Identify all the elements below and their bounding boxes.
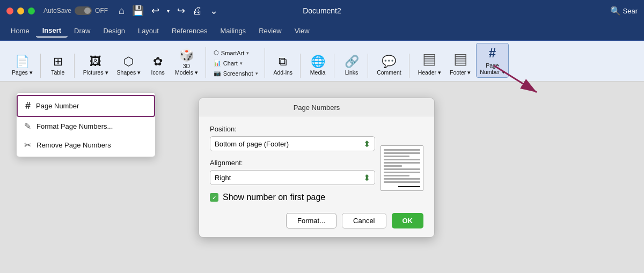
3dmodels-label: 3DModels ▾ [175, 63, 198, 76]
3dmodels-icon: 🎲 [179, 49, 194, 61]
undo-dropdown-icon[interactable]: ▾ [167, 8, 170, 14]
links-icon: 🔗 [345, 56, 359, 68]
chart-chevron: ▾ [240, 61, 243, 66]
pages-icon: 📄 [15, 56, 30, 68]
media-icon: 🌐 [311, 56, 325, 68]
preview-line-10 [384, 178, 420, 180]
close-button[interactable] [6, 8, 13, 14]
comment-button[interactable]: 💬 Comment [374, 54, 405, 78]
footer-button[interactable]: ▤ Footer ▾ [447, 48, 474, 78]
more-icon[interactable]: ⌄ [210, 5, 218, 17]
ribbon-group-table: ⊞ Table [42, 54, 75, 78]
menu-bar: Home Insert Draw Design Layout Reference… [0, 21, 644, 41]
pictures-button[interactable]: 🖼 Pictures ▾ [80, 54, 112, 78]
header-icon: ▤ [422, 50, 436, 68]
preview-line-6 [384, 165, 402, 167]
print-icon[interactable]: 🖨 [193, 5, 202, 17]
redo-icon[interactable]: ↪ [177, 5, 185, 17]
chart-button[interactable]: 📊 Chart ▾ [211, 58, 245, 68]
dialog-body: Position: Bottom of page (Footer) ⬍ Alig… [199, 125, 434, 211]
smartart-button[interactable]: ⬡ SmartArt ▾ [211, 48, 251, 57]
alignment-select[interactable]: Right ⬍ [210, 170, 375, 185]
title-bar: AutoSave OFF ⌂ 💾 ↩ ▾ ↪ 🖨 ⌄ Document2 🔍 S… [0, 0, 644, 21]
header-button[interactable]: ▤ Header ▾ [415, 48, 444, 78]
home-icon[interactable]: ⌂ [119, 5, 125, 17]
links-button[interactable]: 🔗 Links [340, 54, 363, 78]
smartart-split: ⬡ SmartArt ▾ 📊 Chart ▾ 📷 Screenshot ▾ [211, 48, 260, 78]
format-page-numbers-icon: ✎ [24, 121, 31, 131]
ribbon: 📄 Pages ▾ ⊞ Table 🖼 Pictures ▾ ⬡ Shapes … [0, 41, 644, 82]
preview-line-4 [384, 159, 420, 160]
dialog-title: Page Numbers [199, 98, 434, 116]
menu-design[interactable]: Design [97, 25, 131, 37]
table-icon: ⊞ [53, 56, 63, 68]
header-label: Header ▾ [418, 69, 441, 76]
save-icon[interactable]: 💾 [132, 5, 144, 17]
minimize-button[interactable] [17, 8, 24, 14]
autosave-toggle[interactable] [75, 6, 92, 15]
dialog-preview-area: Position: Bottom of page (Footer) ⬍ Alig… [210, 125, 423, 211]
menu-layout[interactable]: Layout [131, 25, 165, 37]
3dmodels-button[interactable]: 🎲 3DModels ▾ [172, 47, 201, 78]
menu-home[interactable]: Home [4, 25, 36, 37]
format-button[interactable]: Format... [286, 213, 336, 228]
context-menu-page-number[interactable]: # Page Number [17, 95, 155, 117]
menu-mailings[interactable]: Mailings [214, 25, 252, 37]
comment-label: Comment [377, 69, 401, 76]
links-label: Links [345, 69, 358, 76]
position-row: Position: [210, 125, 375, 133]
undo-icon[interactable]: ↩ [151, 5, 159, 17]
context-menu-format-page-numbers[interactable]: ✎ Format Page Numbers... [17, 117, 155, 136]
preview-line-9 [384, 175, 409, 176]
cancel-button[interactable]: Cancel [342, 213, 386, 228]
ribbon-group-smartart: ⬡ SmartArt ▾ 📊 Chart ▾ 📷 Screenshot ▾ [207, 48, 265, 78]
smartart-label: SmartArt [221, 50, 244, 56]
remove-page-numbers-label: Remove Page Numbers [36, 141, 111, 149]
position-select-row: Bottom of page (Footer) ⬍ [210, 136, 375, 151]
autosave-indicator: AutoSave OFF [43, 6, 108, 15]
pages-button[interactable]: 📄 Pages ▾ [9, 54, 36, 78]
smartart-icon: ⬡ [214, 49, 219, 56]
menu-references[interactable]: References [165, 25, 214, 37]
maximize-button[interactable] [28, 8, 35, 14]
show-first-page-checkbox[interactable]: ✓ [210, 193, 218, 202]
page-number-icon: # [489, 46, 496, 61]
screenshot-chevron: ▾ [255, 71, 258, 76]
shapes-button[interactable]: ⬡ Shapes ▾ [114, 54, 144, 78]
menu-view[interactable]: View [288, 25, 316, 37]
ribbon-group-comment: 💬 Comment [369, 54, 409, 78]
table-button[interactable]: ⊞ Table [46, 54, 70, 78]
page-preview [380, 145, 423, 191]
chart-label: Chart [223, 60, 238, 67]
addins-button[interactable]: ⧉ Add-ins [270, 54, 296, 78]
preview-line-11 [384, 181, 420, 183]
position-select-arrow: ⬍ [363, 139, 370, 149]
position-select[interactable]: Bottom of page (Footer) ⬍ [210, 136, 375, 151]
context-menu-remove-page-numbers[interactable]: ✂ Remove Page Numbers [17, 136, 155, 154]
search-area[interactable]: 🔍 Sear [610, 6, 638, 16]
traffic-lights [6, 8, 35, 14]
menu-review[interactable]: Review [252, 25, 288, 37]
icons-button[interactable]: ✿ Icons [146, 54, 170, 78]
page-number-indicator [398, 186, 420, 187]
ribbon-group-links: 🔗 Links [335, 54, 368, 78]
page-numbers-dialog: Page Numbers Position: Bottom of page (F… [199, 98, 435, 238]
checkbox-label: Show number on first page [223, 193, 325, 202]
preview-line-5 [384, 162, 420, 164]
ok-button[interactable]: OK [392, 213, 424, 228]
format-page-numbers-label: Format Page Numbers... [36, 122, 113, 130]
page-number-ribbon-button[interactable]: # PageNumber ▾ [476, 43, 508, 78]
menu-insert[interactable]: Insert [36, 24, 68, 38]
alignment-row: Alignment: [210, 159, 375, 167]
context-menu: # Page Number ✎ Format Page Numbers... ✂… [16, 92, 156, 157]
alignment-select-row: Right ⬍ [210, 170, 375, 185]
preview-line-1 [384, 149, 420, 151]
shapes-label: Shapes ▾ [117, 69, 141, 76]
ribbon-group-addins: ⧉ Add-ins [266, 54, 301, 78]
footer-icon: ▤ [453, 50, 467, 68]
media-button[interactable]: 🌐 Media [306, 54, 330, 78]
menu-draw[interactable]: Draw [68, 25, 97, 37]
screenshot-button[interactable]: 📷 Screenshot ▾ [211, 69, 260, 78]
addins-label: Add-ins [274, 69, 293, 76]
ribbon-group-pages: 📄 Pages ▾ [4, 54, 41, 78]
